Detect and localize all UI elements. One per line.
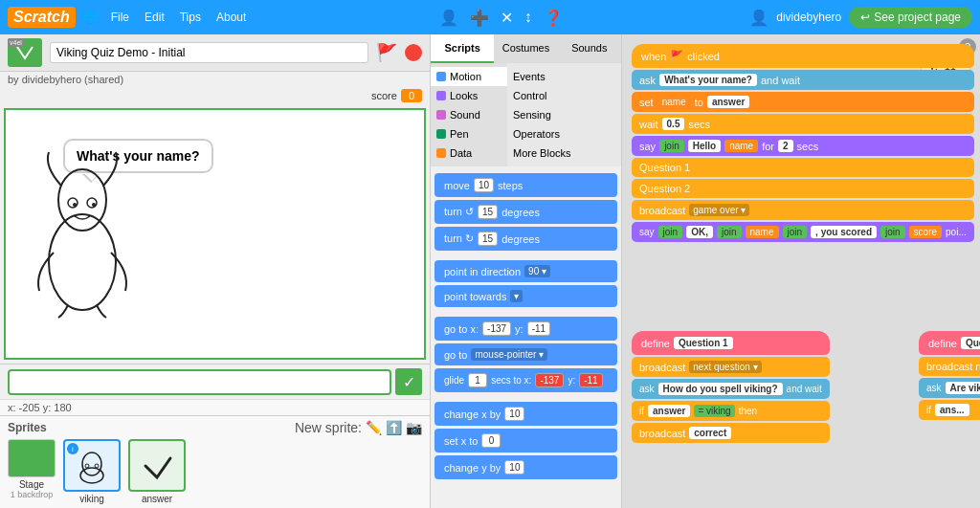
block-turn-cw[interactable]: turn ↻ 15 degrees bbox=[434, 227, 617, 251]
user-icon: 👤 bbox=[749, 9, 768, 27]
scripts-panel[interactable]: x: -137 y: -11 ? when 🚩 clicked ask What… bbox=[622, 34, 980, 508]
stop-button[interactable] bbox=[405, 44, 422, 61]
block-broadcast-next[interactable]: broadcast next question ▾ bbox=[632, 357, 830, 377]
cat-more-blocks[interactable]: More Blocks bbox=[507, 144, 621, 163]
stage-label: Stage bbox=[8, 479, 56, 490]
project-title-input[interactable] bbox=[50, 42, 368, 63]
block-when-flag-clicked[interactable]: when 🚩 clicked bbox=[632, 44, 974, 68]
topbar: Scratch 🌐 File Edit Tips About 👤 ➕ ✕ ↕ ❓… bbox=[0, 0, 980, 34]
tab-sounds[interactable]: Sounds bbox=[558, 34, 621, 63]
sprite-thumbnail-viking: i bbox=[63, 439, 121, 492]
cat-pen-dot bbox=[436, 129, 446, 139]
fullscreen-icon[interactable]: ➕ bbox=[470, 9, 489, 27]
tab-costumes[interactable]: Costumes bbox=[494, 34, 557, 63]
cat-operators[interactable]: Operators bbox=[507, 124, 621, 144]
block-point-direction[interactable]: point in direction 90 ▾ bbox=[434, 260, 617, 282]
block-question2[interactable]: Question 2 bbox=[632, 179, 974, 198]
version-badge: v4el bbox=[8, 38, 24, 47]
svg-point-10 bbox=[95, 464, 99, 468]
answer-input[interactable] bbox=[8, 369, 391, 395]
svg-point-7 bbox=[82, 453, 101, 475]
block-say-join[interactable]: say join Hello name for 2 secs bbox=[632, 136, 974, 156]
blocks-area: move 10 steps turn ↺ 15 degrees turn ↻ 1… bbox=[431, 166, 621, 508]
script-define-q2[interactable]: define Que... broadcast n... ask Are vik… bbox=[919, 331, 980, 422]
stage-panel: v4el 🚩 by dividebyhero (shared) score 0 … bbox=[0, 34, 431, 508]
cat-sensing[interactable]: Sensing bbox=[507, 105, 621, 124]
sprite-name-answer: answer bbox=[128, 494, 186, 504]
script-define-q1[interactable]: define Question 1 broadcast next questio… bbox=[632, 331, 830, 445]
menu-about[interactable]: About bbox=[211, 9, 252, 26]
block-change-x[interactable]: change x by 10 bbox=[434, 402, 617, 426]
sprite-item-viking[interactable]: i viking bbox=[63, 439, 121, 504]
block-ask-viking[interactable]: ask How do you spell viking? and wait bbox=[632, 379, 830, 399]
cat-data-dot bbox=[436, 148, 446, 158]
new-sprite-label: New sprite: bbox=[295, 420, 362, 435]
menu-edit[interactable]: Edit bbox=[139, 9, 170, 26]
answer-input-bar: ✓ bbox=[0, 364, 430, 399]
menu-tips[interactable]: Tips bbox=[174, 9, 207, 26]
block-wait[interactable]: wait 0.5 secs bbox=[632, 114, 974, 134]
block-set-name[interactable]: set name to answer bbox=[632, 92, 974, 112]
stage-canvas[interactable]: What's your name? bbox=[4, 108, 426, 360]
see-project-button[interactable]: ↩ See project page bbox=[849, 7, 972, 28]
block-ask-q2[interactable]: ask Are viking... bbox=[919, 378, 980, 398]
block-ask[interactable]: ask What's your name? and wait bbox=[632, 70, 974, 90]
green-flag-button[interactable]: 🚩 bbox=[376, 42, 397, 63]
script-main[interactable]: when 🚩 clicked ask What's your name? and… bbox=[632, 44, 974, 244]
sprite-thumbnail-answer bbox=[128, 439, 186, 492]
backdrop-count: 1 backdrop bbox=[8, 490, 56, 499]
add-sprite-icon[interactable]: 👤 bbox=[439, 9, 458, 27]
cat-control[interactable]: Control bbox=[507, 86, 621, 105]
block-broadcast-q2[interactable]: broadcast n... bbox=[919, 357, 980, 376]
block-turn-ccw[interactable]: turn ↺ 15 degrees bbox=[434, 200, 617, 224]
cat-looks-dot bbox=[436, 91, 446, 100]
sprite-info-icon[interactable]: i bbox=[67, 443, 78, 454]
block-go-to-xy[interactable]: go to x: -137 y: -11 bbox=[434, 317, 617, 341]
help-icon[interactable]: ❓ bbox=[544, 9, 563, 27]
check-answer-button[interactable]: ✓ bbox=[395, 368, 422, 395]
cat-looks[interactable]: Looks bbox=[431, 86, 507, 105]
camera-sprite-icon[interactable]: 📷 bbox=[406, 420, 422, 435]
block-point-towards[interactable]: point towards ▾ bbox=[434, 285, 617, 307]
stage-coordinates: x: -205 y: 180 bbox=[0, 399, 430, 415]
new-sprite-controls: New sprite: ✏️ ⬆️ 📷 bbox=[295, 420, 422, 435]
block-set-x[interactable]: set x to 0 bbox=[434, 429, 617, 453]
block-if-q2[interactable]: if ans... bbox=[919, 400, 980, 420]
block-glide[interactable]: glide 1 secs to x: -137 y: -11 bbox=[434, 368, 617, 392]
cat-motion[interactable]: Motion bbox=[431, 67, 507, 86]
paint-sprite-icon[interactable]: ✏️ bbox=[366, 420, 382, 435]
scripts-canvas: when 🚩 clicked ask What's your name? and… bbox=[622, 34, 980, 508]
block-go-to[interactable]: go to mouse-pointer ▾ bbox=[434, 343, 617, 365]
tab-scripts[interactable]: Scripts bbox=[431, 34, 494, 63]
block-if-answer[interactable]: if answer = viking then bbox=[632, 401, 830, 421]
block-define-q2-partial[interactable]: define Que... bbox=[919, 331, 980, 355]
block-define-q1[interactable]: define Question 1 bbox=[632, 331, 830, 355]
project-thumbnail: v4el bbox=[8, 38, 42, 67]
categories-right: Events Control Sensing Operators More Bl… bbox=[507, 63, 621, 166]
categories-left: Motion Looks Sound Pen Data bbox=[431, 63, 507, 166]
block-broadcast-correct[interactable]: broadcast correct bbox=[632, 423, 830, 443]
turbo-icon[interactable]: ↕ bbox=[524, 9, 532, 26]
cat-pen[interactable]: Pen bbox=[431, 124, 507, 144]
block-move[interactable]: move 10 steps bbox=[434, 173, 617, 197]
cat-data[interactable]: Data bbox=[431, 144, 507, 163]
stage-sprite-item[interactable]: Stage 1 backdrop bbox=[8, 439, 56, 499]
score-label: score bbox=[371, 90, 397, 101]
block-broadcast-gameover[interactable]: broadcast game over ▾ bbox=[632, 200, 974, 220]
cat-sound[interactable]: Sound bbox=[431, 105, 507, 124]
menu-file[interactable]: File bbox=[105, 9, 135, 26]
globe-icon[interactable]: 🌐 bbox=[83, 11, 98, 24]
block-change-y[interactable]: change y by 10 bbox=[434, 455, 617, 479]
topbar-right: 👤 dividebyhero ↩ See project page bbox=[749, 7, 972, 28]
block-say-score[interactable]: say join OK, join name join , you scored… bbox=[632, 222, 974, 242]
sprites-list: Stage 1 backdrop i viking bbox=[8, 439, 422, 504]
cat-events[interactable]: Events bbox=[507, 67, 621, 86]
upload-sprite-icon[interactable]: ⬆️ bbox=[386, 420, 402, 435]
cat-motion-dot bbox=[436, 72, 446, 81]
author-bar: by dividebyhero (shared) bbox=[0, 72, 430, 87]
svg-point-5 bbox=[73, 203, 77, 207]
resize-icon[interactable]: ✕ bbox=[501, 9, 513, 27]
sprite-item-answer[interactable]: answer bbox=[128, 439, 186, 504]
tabs: Scripts Costumes Sounds bbox=[431, 34, 621, 63]
block-question1[interactable]: Question 1 bbox=[632, 158, 974, 177]
